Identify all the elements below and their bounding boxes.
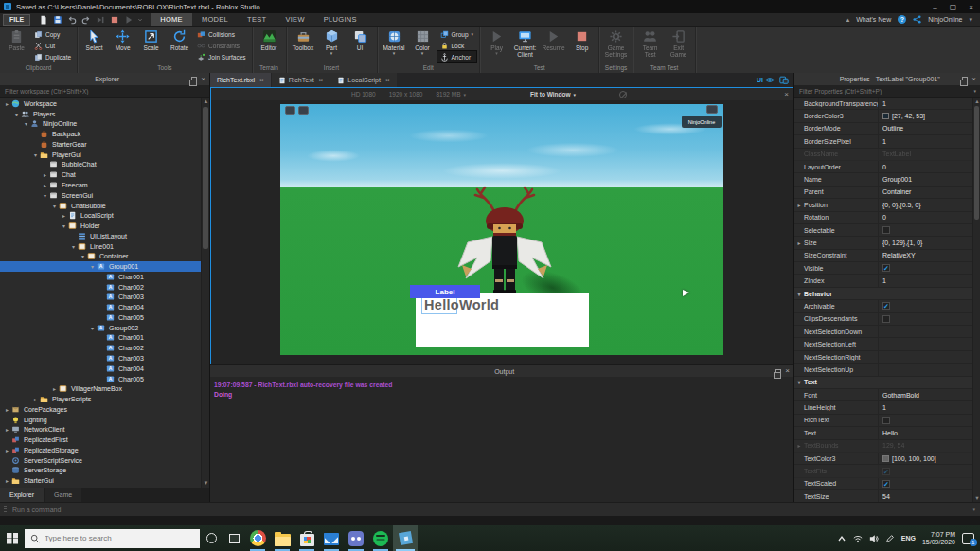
collapse-icon[interactable]: ▾ (41, 192, 49, 199)
prop-value-cell[interactable]: RelativeXY (878, 250, 980, 261)
prop-value-cell[interactable]: 0 (878, 212, 980, 223)
command-dropdown-icon[interactable]: ▾ (972, 507, 980, 512)
tab-localscript[interactable]: LocalScript× (330, 73, 396, 87)
clock[interactable]: 7:07 PM 15/09/2020 (922, 531, 955, 546)
ribbon-button-move[interactable]: Move (109, 28, 136, 51)
prop-value-cell[interactable] (878, 224, 980, 236)
playerlist-toggle-icon[interactable] (706, 105, 718, 114)
account-name[interactable]: NinjoOnline (928, 16, 962, 23)
tree-item-char001[interactable]: AChar001 (0, 272, 209, 282)
ribbon-button-color[interactable]: Color▾ (409, 28, 437, 55)
tree-item-playerscripts[interactable]: ▸PlayerScripts (0, 394, 209, 404)
prop-value-cell[interactable]: 1 (878, 98, 980, 109)
close-tab-icon[interactable]: × (319, 76, 324, 84)
prop-value-cell[interactable]: ✓ (878, 300, 980, 311)
tree-item-networkclient[interactable]: ▸NetworkClient (0, 425, 209, 435)
menu-tab-view[interactable]: VIEW (276, 13, 313, 26)
tree-item-char002[interactable]: AChar002 (0, 282, 209, 293)
properties-filter-input[interactable] (794, 88, 973, 95)
taskbar-app-discord[interactable] (344, 525, 368, 551)
tree-item-char003[interactable]: AChar003 (0, 293, 209, 303)
expand-icon[interactable]: ▸ (41, 182, 49, 188)
prop-value-cell[interactable]: 1 (878, 401, 980, 413)
ribbon-button-current-client[interactable]: Current:Client (511, 28, 539, 58)
float-panel-icon[interactable] (962, 77, 968, 81)
qat-dropdown-icon[interactable] (137, 14, 143, 25)
recstop-icon[interactable] (109, 14, 119, 25)
textlabel-hello-box[interactable]: HelloWorld (416, 293, 589, 347)
tree-item-container[interactable]: ▾Container (0, 251, 209, 261)
ribbon-button-toolbox[interactable]: Toolbox (290, 28, 317, 51)
prop-value-cell[interactable]: 54 (878, 490, 980, 502)
menu-tab-home[interactable]: HOME (151, 13, 192, 26)
save-icon[interactable] (52, 14, 62, 25)
ribbon-button-resume[interactable]: Resume (540, 28, 567, 51)
output-log[interactable]: 19:07:09.587 - RichText.rbxl auto-recove… (210, 377, 793, 502)
share-icon[interactable] (913, 15, 921, 24)
device-emulation-icon[interactable] (779, 76, 789, 84)
tree-item-char004[interactable]: AChar004 (0, 364, 209, 374)
tree-item-uilistlayout[interactable]: UIListLayout (0, 231, 209, 241)
ribbon-button-paste[interactable]: Paste (3, 28, 30, 51)
minimize-button[interactable]: – (926, 0, 944, 13)
prop-value-cell[interactable]: ✓ (878, 478, 980, 489)
ribbon-button-game-settings[interactable]: GameSettings (602, 28, 630, 58)
collapse-icon[interactable]: ▾ (69, 243, 78, 250)
cortana-button[interactable] (200, 525, 223, 551)
ribbon-button-join-surfaces[interactable]: Join Surfaces (194, 51, 248, 62)
tree-item-char002[interactable]: AChar002 (0, 343, 209, 353)
ribbon-button-anchor[interactable]: Anchor (437, 51, 477, 62)
scene-chat-icon[interactable] (298, 106, 309, 115)
pen-icon[interactable] (885, 534, 895, 543)
tree-item-char005[interactable]: AChar005 (0, 312, 209, 323)
ribbon-button-copy[interactable]: Copy (31, 28, 74, 40)
prop-value-cell[interactable]: ✓ (878, 262, 980, 274)
prop-value-cell[interactable]: [27, 42, 53] (878, 110, 980, 121)
float-panel-icon[interactable] (775, 369, 781, 374)
menu-tab-test[interactable]: TEST (238, 13, 276, 26)
panel-tab-explorer[interactable]: Explorer (0, 488, 44, 502)
prop-section-behavior[interactable]: ▾Behavior (794, 288, 980, 300)
command-input[interactable] (12, 507, 972, 513)
account-dropdown-icon[interactable]: ▾ (969, 16, 972, 24)
tree-item-holder[interactable]: ▾Holder (0, 221, 209, 231)
collapse-icon[interactable]: ▾ (794, 291, 804, 297)
tree-item-playergui[interactable]: ▾PlayerGui (0, 150, 209, 160)
fit-dropdown-icon[interactable]: ▾ (574, 92, 577, 98)
tree-item-replicatedfirst[interactable]: ReplicatedFirst (0, 435, 209, 445)
tab-richtext-rbxl[interactable]: RichText.rbxl× (210, 73, 271, 87)
checkbox[interactable] (882, 417, 890, 424)
ribbon-button-select[interactable]: Select (80, 28, 108, 51)
ribbon-button-editor[interactable]: Editor (256, 28, 283, 51)
collapse-icon[interactable]: ▾ (88, 263, 97, 270)
scroll-up-icon[interactable]: ▲ (973, 98, 980, 105)
drag-grip[interactable] (4, 506, 7, 514)
expand-icon[interactable]: ▸ (60, 212, 68, 219)
panel-tab-game[interactable]: Game (45, 488, 81, 502)
notification-center-icon[interactable]: 1 (962, 533, 974, 544)
collapse-icon[interactable]: ▾ (794, 379, 804, 385)
checkbox[interactable]: ✓ (882, 264, 890, 272)
tree-item-localscript[interactable]: ▸LocalScript (0, 210, 209, 221)
menu-tab-plugins[interactable]: PLUGINS (314, 13, 366, 26)
expand-icon[interactable]: ▸ (3, 477, 11, 484)
fit-to-window[interactable]: Fit to Window (530, 91, 571, 98)
command-bar[interactable]: ▾ (0, 502, 980, 516)
prop-section-text[interactable]: ▾Text (794, 377, 980, 389)
scroll-down-icon[interactable]: ▼ (973, 494, 980, 502)
tree-item-group001[interactable]: ▾AGroup001 (0, 261, 209, 272)
color-swatch[interactable] (882, 455, 889, 462)
prop-value-cell[interactable]: TextLabel (878, 149, 980, 160)
prop-value-cell[interactable]: 0 (878, 161, 980, 172)
collapse-icon[interactable]: ▾ (60, 222, 68, 229)
taskbar-search[interactable] (25, 529, 200, 548)
tree-item-startergear[interactable]: StarterGear (0, 139, 209, 150)
checkbox[interactable]: ✓ (882, 468, 890, 475)
scrollbar-thumb[interactable] (974, 106, 979, 220)
taskbar-app-chrome[interactable] (245, 525, 270, 551)
ribbon-button-duplicate[interactable]: Duplicate (31, 51, 74, 62)
tree-item-chat[interactable]: ▸Chat (0, 169, 209, 180)
tree-item-villagernamebox[interactable]: ▸VillagerNameBox (0, 383, 209, 394)
prop-value-cell[interactable] (878, 351, 980, 363)
close-panel-icon[interactable]: × (785, 368, 790, 374)
